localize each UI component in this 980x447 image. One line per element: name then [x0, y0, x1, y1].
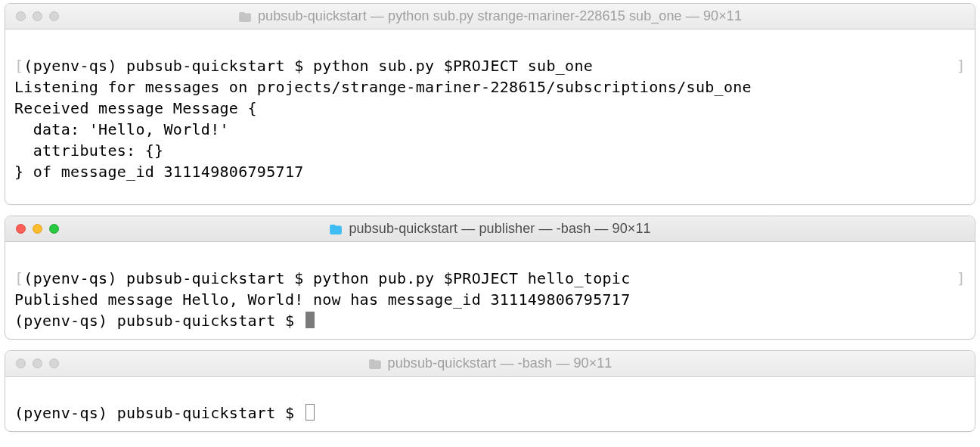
zoom-icon[interactable]	[49, 11, 59, 21]
close-icon[interactable]	[16, 11, 26, 21]
titlebar[interactable]: pubsub-quickstart — python sub.py strang…	[5, 4, 975, 29]
terminal-body[interactable]: [] (pyenv-qs) pubsub-quickstart $ python…	[5, 29, 975, 204]
idle-prompt: (pyenv-qs) pubsub-quickstart $	[14, 404, 315, 422]
window-title: pubsub-quickstart — python sub.py strang…	[258, 8, 742, 24]
titlebar[interactable]: pubsub-quickstart — publisher — -bash — …	[5, 216, 975, 242]
window-title: pubsub-quickstart — -bash — 90×11	[388, 355, 612, 371]
minimize-icon[interactable]	[33, 224, 42, 234]
bracket-right: ]	[957, 55, 966, 76]
terminal-window-idle[interactable]: pubsub-quickstart — -bash — 90×11 (pyenv…	[5, 350, 975, 432]
terminal-window-publisher[interactable]: pubsub-quickstart — publisher — -bash — …	[5, 216, 975, 340]
title-center: pubsub-quickstart — publisher — -bash — …	[5, 216, 975, 241]
window-title: pubsub-quickstart — publisher — -bash — …	[349, 221, 650, 237]
traffic-lights	[16, 224, 59, 234]
prompt-line: (pyenv-qs) pubsub-quickstart $ python pu…	[14, 269, 631, 287]
folder-icon	[329, 224, 343, 234]
cursor-icon	[305, 312, 315, 328]
titlebar[interactable]: pubsub-quickstart — -bash — 90×11	[5, 351, 975, 377]
traffic-lights	[16, 11, 59, 21]
bracket-left: [	[14, 55, 23, 76]
terminal-output: Published message Hello, World! now has …	[14, 290, 631, 309]
prompt-line: (pyenv-qs) pubsub-quickstart $ python su…	[14, 57, 593, 75]
traffic-lights	[16, 359, 59, 368]
close-icon[interactable]	[16, 224, 26, 234]
terminal-output: Listening for messages on projects/stran…	[14, 78, 752, 181]
minimize-icon[interactable]	[33, 11, 42, 21]
zoom-icon[interactable]	[49, 224, 59, 234]
terminal-window-subscriber[interactable]: pubsub-quickstart — python sub.py strang…	[5, 3, 975, 205]
title-center: pubsub-quickstart — -bash — 90×11	[5, 351, 975, 376]
minimize-icon[interactable]	[33, 359, 42, 368]
cursor-icon	[305, 404, 315, 421]
folder-icon	[368, 359, 382, 369]
close-icon[interactable]	[16, 359, 26, 368]
terminal-body[interactable]: (pyenv-qs) pubsub-quickstart $	[5, 377, 975, 431]
title-center: pubsub-quickstart — python sub.py strang…	[5, 4, 975, 29]
terminal-body[interactable]: [] (pyenv-qs) pubsub-quickstart $ python…	[5, 242, 975, 339]
idle-prompt: (pyenv-qs) pubsub-quickstart $	[14, 312, 315, 330]
desktop: pubsub-quickstart — python sub.py strang…	[0, 0, 980, 447]
bracket-right: ]	[957, 268, 966, 289]
zoom-icon[interactable]	[49, 359, 59, 368]
bracket-left: [	[14, 268, 23, 289]
folder-icon	[238, 11, 252, 22]
